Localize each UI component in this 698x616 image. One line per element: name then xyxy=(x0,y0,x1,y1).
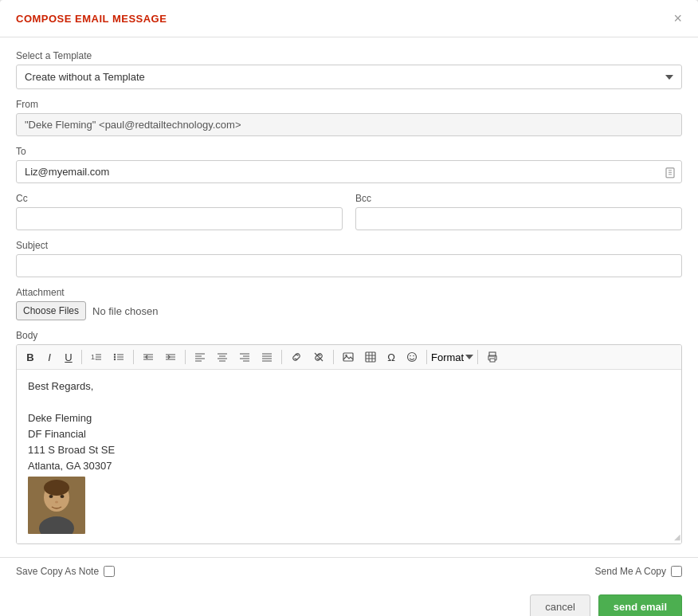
cancel-button[interactable]: cancel xyxy=(530,594,590,616)
table-button[interactable] xyxy=(360,348,381,366)
send-copy-label: Send Me A Copy xyxy=(595,566,666,577)
address-book-icon xyxy=(665,165,676,178)
bold-button[interactable]: B xyxy=(22,348,39,366)
cc-bcc-row: Cc Bcc xyxy=(16,193,682,230)
modal-title: COMPOSE EMAIL MESSAGE xyxy=(16,13,167,25)
print-button[interactable] xyxy=(482,348,503,366)
separator-5 xyxy=(333,350,334,364)
no-file-text: No file chosen xyxy=(92,305,158,317)
signature-photo xyxy=(28,477,85,534)
template-group: Select a Template Create without a Templ… xyxy=(16,50,682,89)
separator-1 xyxy=(81,350,82,364)
svg-point-58 xyxy=(55,501,58,504)
cc-input[interactable] xyxy=(16,207,343,230)
align-center-button[interactable] xyxy=(212,348,233,366)
footer-right: Send Me A Copy xyxy=(595,566,682,577)
modal-header: COMPOSE EMAIL MESSAGE × xyxy=(0,0,698,37)
svg-point-56 xyxy=(49,495,53,498)
close-button[interactable]: × xyxy=(673,11,682,26)
separator-2 xyxy=(133,350,134,364)
attachment-section: Attachment Choose Files No file chosen xyxy=(16,287,682,320)
body-section: Body B I U 1. xyxy=(16,330,682,544)
svg-point-8 xyxy=(114,354,116,355)
modal-body: Select a Template Create without a Templ… xyxy=(0,37,698,557)
italic-button[interactable]: I xyxy=(41,348,58,366)
ordered-list-button[interactable]: 1. xyxy=(86,348,107,366)
svg-rect-39 xyxy=(366,352,375,362)
footer-buttons: cancel send email xyxy=(0,585,698,616)
svg-point-57 xyxy=(61,495,65,498)
bcc-input[interactable] xyxy=(355,207,682,230)
justify-button[interactable] xyxy=(257,348,277,366)
from-input[interactable] xyxy=(16,113,682,136)
send-email-button[interactable]: send email xyxy=(598,594,682,616)
from-group: From xyxy=(16,99,682,136)
template-select[interactable]: Create without a Template xyxy=(16,65,682,89)
bcc-label: Bcc xyxy=(355,193,682,204)
image-button[interactable] xyxy=(338,348,359,366)
body-label: Body xyxy=(16,330,682,341)
svg-point-9 xyxy=(114,356,116,358)
subject-input[interactable] xyxy=(16,254,682,277)
svg-point-10 xyxy=(114,359,116,360)
svg-point-45 xyxy=(410,355,411,357)
signature-company: DF Financial xyxy=(28,427,670,441)
separator-4 xyxy=(281,350,282,364)
resize-handle[interactable]: ◢ xyxy=(672,534,681,543)
svg-point-54 xyxy=(44,480,69,496)
unlink-button[interactable] xyxy=(308,348,329,366)
unordered-list-button[interactable] xyxy=(108,348,129,366)
attachment-label: Attachment xyxy=(16,287,682,298)
svg-rect-37 xyxy=(343,353,353,361)
separator-6 xyxy=(426,350,427,364)
signature-address1: 111 S Broad St SE xyxy=(28,443,670,457)
subject-group: Subject xyxy=(16,240,682,277)
svg-rect-49 xyxy=(490,359,495,362)
person-photo xyxy=(28,477,85,534)
svg-point-50 xyxy=(495,357,496,358)
greeting-text: Best Regards, xyxy=(28,379,670,394)
file-input-row: Choose Files No file chosen xyxy=(16,301,682,320)
cc-label: Cc xyxy=(16,193,343,204)
editor-toolbar: B I U 1. xyxy=(17,345,681,370)
outdent-button[interactable] xyxy=(138,348,159,366)
separator-7 xyxy=(477,350,478,364)
bcc-group: Bcc xyxy=(355,193,682,230)
editor-container: B I U 1. xyxy=(16,344,682,544)
save-copy-checkbox[interactable] xyxy=(104,566,115,577)
emoji-button[interactable] xyxy=(402,348,422,366)
from-label: From xyxy=(16,99,682,110)
subject-label: Subject xyxy=(16,240,682,251)
to-group: To xyxy=(16,146,682,183)
separator-3 xyxy=(185,350,186,364)
format-dropdown[interactable]: Format xyxy=(431,351,473,363)
underline-button[interactable]: U xyxy=(60,348,77,366)
format-label: Format xyxy=(431,351,464,363)
footer-options: Save Copy As Note Send Me A Copy xyxy=(0,557,698,585)
to-input-wrap xyxy=(16,160,682,183)
signature-name: Deke Fleming xyxy=(28,411,670,426)
template-label: Select a Template xyxy=(16,50,682,61)
svg-point-46 xyxy=(413,355,414,357)
compose-email-modal: COMPOSE EMAIL MESSAGE × Select a Templat… xyxy=(0,0,698,616)
to-input[interactable] xyxy=(16,160,682,183)
cc-group: Cc xyxy=(16,193,343,230)
link-button[interactable] xyxy=(286,348,307,366)
footer-left: Save Copy As Note xyxy=(16,566,595,577)
save-copy-label: Save Copy As Note xyxy=(16,566,99,577)
align-left-button[interactable] xyxy=(190,348,210,366)
choose-files-button[interactable]: Choose Files xyxy=(16,301,86,320)
signature-block: Best Regards, Deke Fleming DF Financial … xyxy=(28,379,670,534)
editor-content[interactable]: Best Regards, Deke Fleming DF Financial … xyxy=(17,370,681,543)
signature-address2: Atlanta, GA 30307 xyxy=(28,459,670,473)
to-label: To xyxy=(16,146,682,157)
special-char-button[interactable]: Ω xyxy=(382,348,400,366)
send-copy-checkbox[interactable] xyxy=(671,566,682,577)
align-right-button[interactable] xyxy=(234,348,255,366)
indent-button[interactable] xyxy=(160,348,181,366)
